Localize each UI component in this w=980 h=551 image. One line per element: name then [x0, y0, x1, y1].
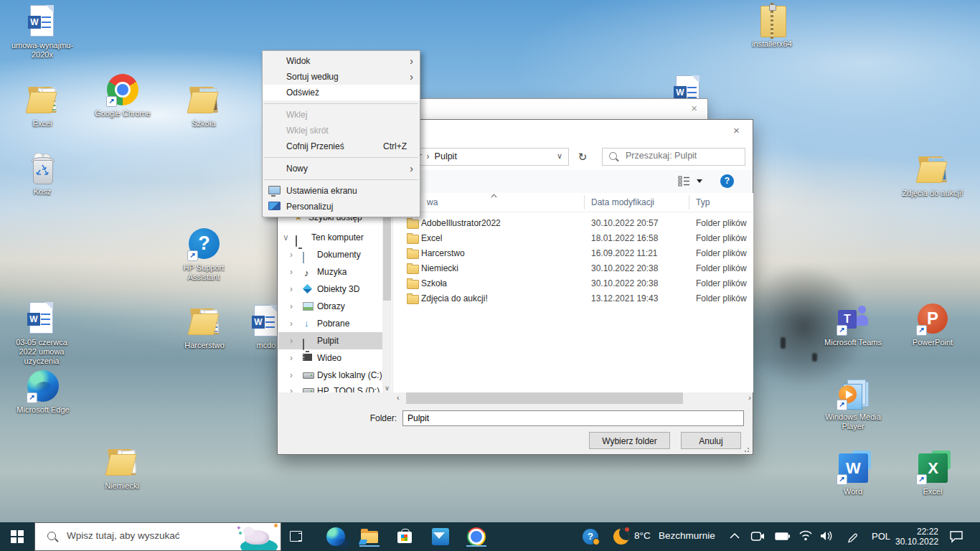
- desktop-icon-word[interactable]: W↗ Word: [819, 451, 887, 496]
- view-dropdown-icon[interactable]: [697, 179, 702, 183]
- desktop-icon-installerx64[interactable]: installerx64: [738, 3, 806, 49]
- menu-item-odswiez[interactable]: Odśwież: [263, 85, 420, 100]
- taskbar-clock[interactable]: 22:22 30.10.2022: [895, 527, 938, 547]
- taskbar-edge-button[interactable]: [326, 527, 346, 547]
- tree-item-3d-objects[interactable]: › Obiekty 3D: [278, 281, 382, 298]
- file-row[interactable]: Niemiecki 30.10.2022 20:38 Folder plików: [395, 261, 753, 276]
- desktop-icon-google-chrome[interactable]: ↗ Google Chrome: [88, 72, 157, 118]
- close-icon[interactable]: ×: [687, 102, 702, 114]
- action-center-icon[interactable]: [949, 530, 963, 543]
- weather-widget[interactable]: 8°C Bezchmurnie: [634, 530, 715, 541]
- tree-item-music[interactable]: › ♪ Muzyka: [278, 263, 382, 281]
- tree-item-hp-tools-d[interactable]: › HP_TOOLS (D:): [278, 382, 382, 392]
- chevron-right-icon[interactable]: ›: [290, 367, 293, 384]
- desktop-icon-harcerstwo-folder[interactable]: Harcerstwo: [170, 304, 239, 350]
- file-row[interactable]: AdobeIllustrator2022 30.10.2022 20:57 Fo…: [395, 216, 753, 231]
- scroll-down-icon[interactable]: ∨: [382, 385, 392, 392]
- folder-icon: [187, 83, 221, 118]
- meet-now-icon[interactable]: [750, 530, 765, 543]
- help-button[interactable]: ?: [720, 174, 734, 188]
- hp-support-tray-icon[interactable]: ?: [583, 529, 598, 545]
- folder-icon: [407, 250, 419, 259]
- column-header-type[interactable]: Typ: [696, 197, 710, 207]
- task-view-button[interactable]: [288, 528, 306, 545]
- menu-item-cofnij-przenies[interactable]: Cofnij Przenieś Ctrl+Z: [263, 138, 420, 154]
- language-indicator[interactable]: POL: [872, 531, 890, 542]
- menu-item-personalizuj[interactable]: Personalizuj: [263, 199, 420, 215]
- tree-item-this-pc[interactable]: ∨ Ten komputer: [278, 229, 382, 246]
- tree-scrollbar[interactable]: ∨: [382, 193, 392, 392]
- scroll-left-icon[interactable]: ‹: [397, 393, 400, 402]
- tree-item-videos[interactable]: › Wideo: [278, 349, 382, 367]
- view-options-icon[interactable]: [678, 176, 691, 187]
- desktop-icon-recycle-bin[interactable]: Kosz: [8, 151, 77, 197]
- desktop-icon-hp-support-assistant[interactable]: ?↗ HP Support Assistant: [169, 227, 238, 282]
- desktop-icon-niemiecki-folder[interactable]: Niemiecki: [88, 445, 156, 491]
- tree-item-pictures[interactable]: › Obrazy: [278, 298, 382, 315]
- file-row[interactable]: Excel 18.01.2022 16:58 Folder plików: [395, 231, 753, 246]
- search-highlight-bear-image[interactable]: ✦: [235, 523, 281, 550]
- file-row[interactable]: Szkoła 30.10.2022 20:38 Folder plików: [395, 276, 753, 291]
- tree-item-downloads[interactable]: › ↓ Pobrane: [278, 315, 382, 332]
- taskbar-mail-button[interactable]: [430, 527, 451, 547]
- desktop-icon-excel[interactable]: X↗ Excel: [898, 451, 967, 496]
- chevron-down-icon[interactable]: ∨: [557, 151, 562, 161]
- desktop-icon-windows-media-player[interactable]: ↗ Windows Media Player: [819, 376, 887, 431]
- tree-item-documents[interactable]: › Dokumenty: [278, 246, 382, 263]
- desktop-icon-zdjecia-folder[interactable]: Zdjęcia do aukcji!: [898, 152, 967, 198]
- scroll-right-icon[interactable]: ›: [748, 393, 751, 402]
- desktop-icon-umowa-uzyczenia[interactable]: W 03-05 czerwca 2022 umowa uzyczenia: [7, 301, 76, 366]
- volume-icon[interactable]: [819, 530, 834, 542]
- dialog-search-box[interactable]: [602, 148, 745, 166]
- close-icon[interactable]: ×: [720, 120, 753, 141]
- menu-item-sortuj-wedlug[interactable]: Sortuj według ›: [263, 69, 420, 85]
- chevron-right-icon[interactable]: ›: [290, 349, 293, 367]
- desktop-icon-microsoft-edge[interactable]: ↗ Microsoft Edge: [9, 369, 77, 415]
- taskbar-store-button[interactable]: [395, 527, 415, 547]
- wifi-icon[interactable]: [798, 530, 813, 542]
- taskbar: ✦ ? 8°C Bezchmurnie: [0, 522, 980, 551]
- chevron-right-icon[interactable]: ›: [290, 382, 293, 392]
- taskbar-file-explorer-button[interactable]: [359, 527, 380, 547]
- file-row[interactable]: Harcerstwo 16.09.2022 11:21 Folder plikó…: [395, 246, 753, 261]
- file-row[interactable]: Zdjęcia do aukcji! 13.12.2021 19:43 Fold…: [395, 291, 753, 306]
- windows-ink-pen-icon[interactable]: [847, 530, 859, 543]
- desktop-icon-excel-folder[interactable]: Excel: [8, 83, 77, 128]
- tree-item-local-disk-c[interactable]: › Dysk lokalny (C:): [278, 367, 382, 384]
- chevron-right-icon[interactable]: ›: [290, 281, 293, 298]
- column-header-name[interactable]: wa: [427, 197, 438, 207]
- cancel-button[interactable]: Anuluj: [681, 432, 741, 449]
- breadcrumb-current[interactable]: Pulpit: [435, 151, 457, 161]
- chevron-right-icon[interactable]: ›: [290, 298, 293, 315]
- menu-separator: [264, 103, 418, 104]
- desktop-icon-umowa-wynajmu[interactable]: W umowa-wynajmu-2020x: [8, 4, 77, 60]
- menu-item-nowy[interactable]: Nowy ›: [263, 161, 420, 176]
- show-hidden-icons-chevron[interactable]: [729, 532, 740, 540]
- menu-item-widok[interactable]: Widok ›: [263, 53, 420, 69]
- resize-grip[interactable]: [745, 446, 750, 452]
- word-document-icon: W: [25, 4, 60, 40]
- tree-item-desktop-selected[interactable]: › Pulpit: [278, 332, 382, 349]
- chevron-right-icon[interactable]: ›: [290, 315, 293, 332]
- chevron-right-icon[interactable]: ›: [290, 332, 293, 349]
- desktop-icon-powerpoint[interactable]: P↗ PowerPoint: [898, 301, 967, 347]
- battery-icon[interactable]: [775, 532, 791, 541]
- column-header-date[interactable]: Data modyfikacji: [591, 197, 654, 207]
- desktop-icon-label: Windows Media Player: [819, 413, 887, 431]
- desktop-icon-microsoft-teams[interactable]: T↗ Microsoft Teams: [819, 301, 887, 347]
- taskbar-search-input[interactable]: [65, 529, 233, 542]
- refresh-button[interactable]: ↻: [573, 148, 592, 166]
- folder-name-input[interactable]: [402, 410, 744, 426]
- select-folder-button[interactable]: Wybierz folder: [589, 432, 670, 449]
- menu-item-ustawienia-ekranu[interactable]: Ustawienia ekranu: [263, 183, 420, 199]
- dialog-search-input[interactable]: [624, 150, 742, 161]
- taskbar-chrome-button[interactable]: [466, 527, 486, 547]
- taskbar-search-box[interactable]: ✦: [34, 522, 281, 551]
- desktop-icon-szkola-folder[interactable]: Szkoła: [169, 83, 238, 128]
- horizontal-scrollbar[interactable]: ‹ ›: [395, 392, 753, 404]
- chevron-down-icon[interactable]: ∨: [283, 229, 289, 246]
- start-button[interactable]: [0, 522, 34, 551]
- chevron-right-icon[interactable]: ›: [290, 246, 293, 263]
- chevron-right-icon[interactable]: ›: [290, 263, 293, 281]
- scrollbar-thumb[interactable]: [406, 392, 683, 404]
